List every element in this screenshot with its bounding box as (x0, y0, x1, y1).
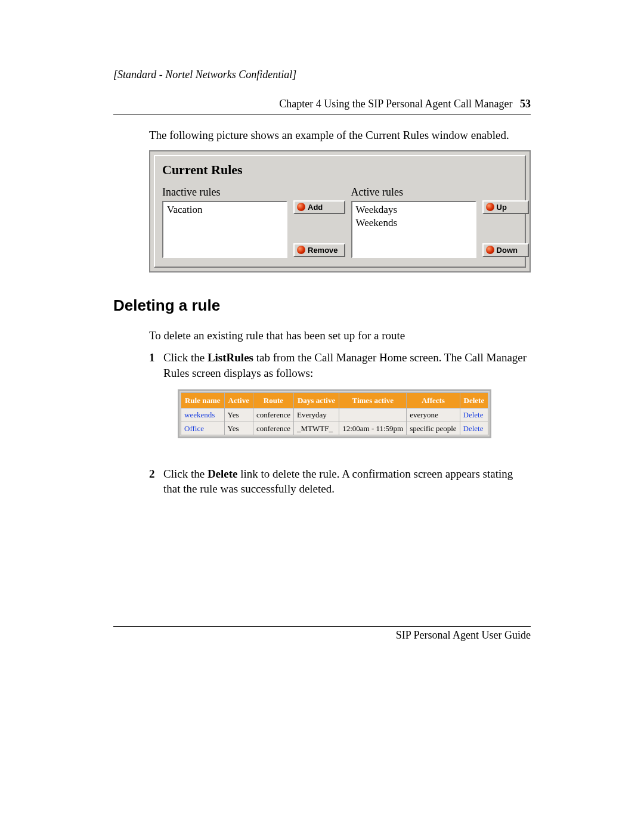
step-number: 2 (149, 466, 155, 482)
step1-pre: Click the (163, 351, 208, 364)
step-1: 1 Click the ListRules tab from the Call … (149, 350, 531, 453)
rule-name-link[interactable]: Office (184, 424, 204, 433)
col-rule-name: Rule name (181, 392, 225, 408)
cell-days: Everyday (293, 408, 339, 422)
bullet-icon (297, 246, 305, 254)
down-button[interactable]: Down (482, 243, 529, 257)
col-route: Route (253, 392, 293, 408)
step2-pre: Click the (163, 467, 208, 480)
page-number: 53 (520, 98, 531, 110)
table-row: Office Yes conference _MTWTF_ 12:00am - … (181, 422, 488, 435)
cell-times (339, 408, 407, 422)
col-days-active: Days active (293, 392, 339, 408)
section-heading: Deleting a rule (113, 296, 531, 315)
cell-route: conference (253, 408, 293, 422)
add-remove-column: Add Remove (293, 186, 345, 258)
delete-link[interactable]: Delete (463, 410, 484, 419)
page-footer: SIP Personal Agent User Guide (113, 626, 531, 642)
inactive-column: Inactive rules Vacation (162, 186, 287, 258)
up-button-label: Up (497, 203, 507, 212)
bullet-icon (486, 246, 494, 254)
remove-button[interactable]: Remove (293, 243, 345, 257)
bullet-icon (297, 203, 305, 211)
table-row: weekends Yes conference Everyday everyon… (181, 408, 488, 422)
step2-bold: Delete (208, 467, 238, 480)
col-active: Active (224, 392, 253, 408)
rules-table: Rule name Active Route Days active Times… (181, 392, 488, 436)
delete-link[interactable]: Delete (463, 424, 484, 433)
intro-paragraph: The following picture shows an example o… (149, 128, 531, 143)
bullet-icon (486, 203, 494, 211)
step1-bold: ListRules (208, 351, 253, 364)
active-rules-listbox[interactable]: Weekdays Weekends (351, 201, 476, 258)
cell-affects: specific people (407, 422, 460, 435)
cell-times: 12:00am - 11:59pm (339, 422, 407, 435)
chapter-title: Chapter 4 Using the SIP Personal Agent C… (279, 98, 512, 110)
page-content: [Standard - Nortel Networks Confidential… (113, 69, 531, 510)
list-item[interactable]: Vacation (167, 203, 283, 216)
table-header-row: Rule name Active Route Days active Times… (181, 392, 488, 408)
up-down-column: Up Down (482, 186, 529, 258)
list-item[interactable]: Weekdays (356, 203, 472, 216)
panel-title: Current Rules (162, 162, 518, 178)
up-button[interactable]: Up (482, 200, 529, 214)
rule-name-link[interactable]: weekends (184, 410, 215, 419)
active-column: Active rules Weekdays Weekends (351, 186, 476, 258)
current-rules-inner: Current Rules Inactive rules Vacation Ad… (154, 155, 526, 268)
current-rules-panel: Current Rules Inactive rules Vacation Ad… (149, 150, 531, 272)
add-button-label: Add (308, 203, 323, 212)
cell-active: Yes (224, 408, 253, 422)
step-number: 1 (149, 350, 155, 366)
page-header: Chapter 4 Using the SIP Personal Agent C… (113, 98, 531, 114)
cell-affects: everyone (407, 408, 460, 422)
cell-route: conference (253, 422, 293, 435)
add-button[interactable]: Add (293, 200, 345, 214)
down-button-label: Down (497, 246, 518, 255)
cell-active: Yes (224, 422, 253, 435)
col-affects: Affects (407, 392, 460, 408)
col-delete: Delete (460, 392, 488, 408)
steps-list: 1 Click the ListRules tab from the Call … (149, 350, 531, 497)
col-times-active: Times active (339, 392, 407, 408)
footer-guide: SIP Personal Agent User Guide (113, 626, 531, 642)
step-2: 2 Click the Delete link to delete the ru… (149, 466, 531, 497)
rules-table-wrap: Rule name Active Route Days active Times… (178, 389, 491, 439)
inactive-label: Inactive rules (162, 186, 287, 199)
list-item[interactable]: Weekends (356, 216, 472, 230)
confidential-notice: [Standard - Nortel Networks Confidential… (113, 69, 531, 81)
active-label: Active rules (351, 186, 476, 199)
inactive-rules-listbox[interactable]: Vacation (162, 201, 287, 258)
delete-intro: To delete an existing rule that has been… (149, 328, 531, 343)
remove-button-label: Remove (308, 246, 338, 255)
cell-days: _MTWTF_ (293, 422, 339, 435)
